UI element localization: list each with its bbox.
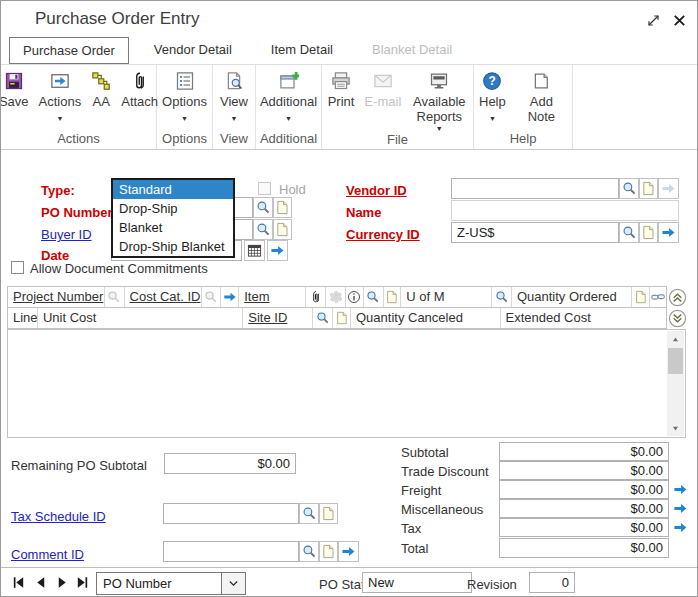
note-page-icon xyxy=(531,71,551,91)
allow-document-commitments-checkbox[interactable] xyxy=(11,261,24,274)
quantity-ordered-note-button[interactable] xyxy=(632,287,650,307)
additional-button[interactable]: Additional ▼ xyxy=(255,69,322,131)
trade-discount-field[interactable]: $0.00 xyxy=(499,461,669,480)
comment-id-note-button[interactable] xyxy=(319,541,338,562)
currency-id-label[interactable]: Currency ID xyxy=(346,227,420,242)
last-record-button[interactable] xyxy=(75,575,91,591)
next-record-button[interactable] xyxy=(55,575,71,591)
tab-vendor-detail[interactable]: Vendor Detail xyxy=(141,37,245,64)
site-id-note-button[interactable] xyxy=(333,308,351,328)
ribbon-toolbar: Save Actions ▼ AA Attach Actions xyxy=(1,64,698,150)
column-cost-cat-id[interactable]: Cost Cat. ID xyxy=(125,287,202,307)
available-reports-button[interactable]: Available Reports ▼ xyxy=(406,69,472,132)
tab-item-detail[interactable]: Item Detail xyxy=(258,37,346,64)
project-number-lookup-button xyxy=(105,287,125,307)
item-attach-button[interactable] xyxy=(306,287,326,307)
buyer-id-lookup-button[interactable] xyxy=(253,219,273,240)
help-button[interactable]: Help ▼ xyxy=(474,69,511,131)
note-paper-icon xyxy=(634,290,648,304)
previous-record-button[interactable] xyxy=(33,575,49,591)
view-button[interactable]: View ▼ xyxy=(215,69,253,131)
column-site-id[interactable]: Site ID xyxy=(243,308,313,328)
add-note-button[interactable]: Add Note xyxy=(511,69,572,131)
expand-button[interactable] xyxy=(643,10,663,30)
chevron-down-icon: ▼ xyxy=(436,125,443,132)
link-button[interactable] xyxy=(650,287,666,307)
column-item[interactable]: Item xyxy=(239,287,306,307)
freight-field[interactable]: $0.00 xyxy=(499,480,669,499)
print-button[interactable]: Print xyxy=(323,69,360,132)
nav-last-icon xyxy=(75,575,90,590)
vendor-id-label[interactable]: Vendor ID xyxy=(346,183,407,198)
po-number-lookup-button[interactable] xyxy=(253,197,273,218)
calendar-button[interactable] xyxy=(244,240,265,261)
triangle-down-icon xyxy=(671,424,680,433)
nav-previous-icon xyxy=(33,575,48,590)
grid-vertical-scrollbar[interactable] xyxy=(667,331,684,436)
scroll-down-button[interactable] xyxy=(667,420,684,436)
cost-cat-expansion-button[interactable] xyxy=(221,287,239,307)
comment-id-lookup-button[interactable] xyxy=(299,541,319,562)
currency-id-lookup-button[interactable] xyxy=(619,222,639,243)
currency-id-note-button[interactable] xyxy=(639,222,658,243)
type-option-standard[interactable]: Standard xyxy=(113,180,233,199)
column-project-number[interactable]: Project Number xyxy=(8,287,105,307)
miscellaneous-field[interactable]: $0.00 xyxy=(499,499,669,518)
chevron-down-icon: ▼ xyxy=(231,115,238,122)
magnifier-gray-icon xyxy=(107,290,121,304)
currency-id-field[interactable]: Z-US$ xyxy=(451,222,619,243)
options-button[interactable]: Options ▼ xyxy=(157,69,212,131)
scrollbar-thumb[interactable] xyxy=(668,348,683,374)
chevron-down-icon: ▼ xyxy=(285,115,292,122)
item-note-button[interactable] xyxy=(384,287,402,307)
save-button[interactable]: Save xyxy=(0,69,34,131)
tab-purchase-order[interactable]: Purchase Order xyxy=(9,37,129,64)
vendor-name-field[interactable] xyxy=(451,200,679,221)
comment-id-expansion-button[interactable] xyxy=(338,541,359,562)
tax-schedule-id-field[interactable] xyxy=(163,503,299,524)
note-paper-icon xyxy=(641,225,656,240)
item-lookup-button[interactable] xyxy=(364,287,384,307)
browse-by-select[interactable]: PO Number xyxy=(96,572,246,595)
expand-rows-button[interactable] xyxy=(668,288,687,307)
tax-schedule-note-button[interactable] xyxy=(319,503,338,524)
buyer-id-label[interactable]: Buyer ID xyxy=(41,227,92,242)
site-id-lookup-button[interactable] xyxy=(313,308,333,328)
date-expansion-button[interactable] xyxy=(267,240,288,261)
info-icon xyxy=(347,290,361,304)
type-option-drop-ship-blanket[interactable]: Drop-Ship Blanket xyxy=(113,237,233,256)
select-chevron-button[interactable] xyxy=(221,573,245,594)
currency-id-expansion-button[interactable] xyxy=(658,222,679,243)
aa-button[interactable]: AA xyxy=(86,69,116,131)
type-option-drop-ship[interactable]: Drop-Ship xyxy=(113,199,233,218)
tax-field[interactable]: $0.00 xyxy=(499,518,669,537)
name-label: Name xyxy=(346,205,381,220)
magnifier-icon xyxy=(316,311,330,325)
chevron-down-icon: ▼ xyxy=(489,115,496,122)
tax-expansion-button[interactable] xyxy=(671,519,689,536)
freight-expansion-button[interactable] xyxy=(671,481,689,498)
vendor-id-note-button[interactable] xyxy=(639,178,658,199)
vendor-id-lookup-button[interactable] xyxy=(619,178,639,199)
comment-id-label[interactable]: Comment ID xyxy=(11,547,84,562)
scroll-up-button[interactable] xyxy=(667,331,684,347)
collapse-rows-button[interactable] xyxy=(668,309,687,328)
note-paper-icon xyxy=(275,222,290,237)
type-option-blanket[interactable]: Blanket xyxy=(113,218,233,237)
printer-icon xyxy=(331,71,351,91)
tax-schedule-lookup-button[interactable] xyxy=(299,503,319,524)
tax-schedule-id-label[interactable]: Tax Schedule ID xyxy=(11,509,106,524)
nav-first-icon xyxy=(11,575,26,590)
vendor-id-field[interactable] xyxy=(451,178,619,199)
close-button[interactable] xyxy=(669,10,689,30)
comment-id-field[interactable] xyxy=(163,541,299,562)
buyer-id-note-button[interactable] xyxy=(273,219,292,240)
u-of-m-lookup-button[interactable] xyxy=(492,287,512,307)
chevron-down-icon xyxy=(227,577,240,590)
actions-button[interactable]: Actions ▼ xyxy=(34,69,87,131)
line-items-grid-body[interactable] xyxy=(7,329,686,438)
miscellaneous-expansion-button[interactable] xyxy=(671,500,689,517)
po-number-note-button[interactable] xyxy=(273,197,292,218)
item-info-button[interactable] xyxy=(346,287,364,307)
first-record-button[interactable] xyxy=(11,575,27,591)
